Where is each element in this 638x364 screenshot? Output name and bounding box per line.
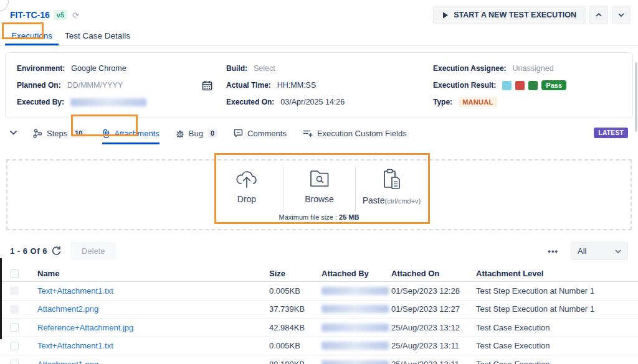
attachment-link[interactable]: Attachment1.png [37,360,269,364]
subtab-bug[interactable]: Bug 0 [176,121,217,144]
attachment-size: 42.984KB [269,323,321,332]
planned-on-input[interactable]: DD/MMM/YYYY [67,81,123,90]
chevron-down-icon [618,13,624,17]
col-header-name[interactable]: Name [37,269,269,278]
subtab-custom-fields-label: Execution Custom Fields [317,129,407,138]
attachment-filter-select[interactable]: All [571,242,628,260]
attached-on-value: 25/Aug/2023 13:11 [391,360,476,364]
actual-time-input[interactable]: HH:MM:SS [277,81,317,90]
browse-label: Browse [305,194,334,204]
subtab-steps[interactable]: Steps 10 [33,121,86,144]
attachment-level-value: Test Case Execution [476,323,638,332]
executed-on-value[interactable]: 03/Apr/2025 14:26 [280,98,345,106]
calendar-icon[interactable] [202,80,212,91]
latest-badge: LATEST [594,128,628,138]
table-row: Text+Attachment1.txt 0.005KB 25/Aug/2023… [0,337,638,356]
build-select[interactable]: Select [254,64,275,73]
subtab-bug-label: Bug [189,129,203,138]
attachment-size: 0.005KB [269,286,321,296]
attachment-dropzone[interactable]: Drop Browse Paste(ctrl/cmd+v) Maximum fi… [6,159,632,230]
main-tabs: Executions Test Case Details [0,29,638,46]
result-pass-badge[interactable]: Pass [541,80,566,90]
row-checkbox[interactable] [10,323,19,332]
col-header-size[interactable]: Size [269,269,321,278]
planned-on-label: Planned On: [17,81,61,90]
type-manual-badge: MANUAL [459,97,497,107]
attached-on-value: 01/Sep/2023 12:27 [391,304,476,314]
attached-by-redacted [321,342,389,350]
row-checkbox[interactable] [10,286,19,295]
delete-button[interactable]: Delete [71,242,116,260]
environment-value[interactable]: Google Chrome [71,64,126,73]
attachment-level-value: Test Step Execution at Number 1 [476,304,638,314]
table-row: Attachment1.png 80.190KB 25/Aug/2023 13:… [0,355,638,364]
paste-label: Paste(ctrl/cmd+v) [363,195,421,205]
subtab-comments[interactable]: Comments [234,121,287,144]
subtab-attachments[interactable]: Attachments [102,121,160,144]
tab-test-case-details[interactable]: Test Case Details [59,29,136,45]
dropzone-browse-button[interactable]: Browse [283,166,355,212]
attachment-link[interactable]: Text+Attachment1.txt [37,286,269,296]
header-bar: FIT-TC-16 v5 ⟳ START A NEW TEST EXECUTIO… [0,0,638,24]
col-header-attached-by[interactable]: Attached By [321,269,391,278]
version-badge[interactable]: v5 [54,10,67,20]
table-header-row: Name Size Attached By Attached On Attach… [0,266,638,282]
execution-details-panel: Environment: Google Chrome Planned On: D… [5,52,633,118]
result-swatch-green[interactable] [528,81,538,90]
row-checkbox[interactable] [10,360,19,364]
dropzone-drop-target[interactable]: Drop [211,166,283,212]
select-all-checkbox[interactable] [10,269,19,278]
collapse-up-button[interactable] [589,6,608,24]
attachment-size: 37.739KB [269,304,321,314]
bug-count-badge: 0 [207,129,217,138]
attachment-link[interactable]: Text+Attachment1.txt [37,341,269,350]
attached-on-value: 25/Aug/2023 13:12 [391,323,476,332]
refresh-list-icon[interactable] [52,246,61,256]
field-execution-assignee: Execution Assignee: Unassigned [433,62,632,75]
row-checkbox[interactable] [10,342,19,350]
steps-count-badge: 10 [72,129,85,138]
field-build: Build: Select [226,62,433,75]
execution-subtabs: Steps 10 Attachments Bug 0 Comments Exec… [0,121,638,144]
attached-by-redacted [321,360,389,364]
field-planned-on: Planned On: DD/MMM/YYYY [17,78,226,92]
chevron-up-icon [596,13,602,17]
col-header-attached-on[interactable]: Attached On [391,269,476,278]
attachment-link[interactable]: Reference+Attachment.jpg [37,323,269,332]
test-case-key[interactable]: FIT-TC-16 [10,10,50,20]
play-icon [442,12,449,19]
refresh-icon[interactable]: ⟳ [72,11,79,20]
collapse-section-icon[interactable] [10,131,17,135]
start-test-execution-label: START A NEW TEST EXECUTION [454,11,576,19]
row-checkbox[interactable] [10,305,19,314]
subtab-comments-label: Comments [247,129,287,138]
more-options-icon[interactable]: ••• [548,246,558,256]
chevron-down-icon [615,250,621,253]
result-swatch-blue[interactable] [502,81,512,90]
attachment-link[interactable]: Attachment2.png [37,304,269,314]
executed-by-label: Executed By: [17,98,64,106]
drop-label: Drop [237,194,256,204]
collapse-down-button[interactable] [612,6,631,24]
table-row: Attachment2.png 37.739KB 01/Sep/2023 12:… [0,301,638,319]
filter-selected-value: All [578,246,586,256]
attached-on-value: 01/Sep/2023 12:28 [391,286,476,296]
subtab-steps-label: Steps [47,129,67,138]
result-swatch-red[interactable] [515,81,525,90]
field-executed-on: Executed On: 03/Apr/2025 14:26 [226,95,433,109]
clipboard-paste-icon [382,169,402,190]
attachment-level-value: Test Case Execution [476,360,638,364]
steps-icon [33,129,42,138]
attached-on-value: 25/Aug/2023 13:11 [391,341,476,350]
col-header-attachment-level[interactable]: Attachment Level [476,269,638,278]
executed-by-value-redacted [70,98,146,106]
execution-assignee-value[interactable]: Unassigned [513,64,554,73]
subtab-execution-custom-fields[interactable]: Execution Custom Fields [303,121,407,144]
tab-executions[interactable]: Executions [5,29,59,45]
start-test-execution-button[interactable]: START A NEW TEST EXECUTION [433,6,586,24]
vertical-scrollbar[interactable] [635,62,637,132]
dropzone-paste-target[interactable]: Paste(ctrl/cmd+v) [355,166,427,212]
pagination-count: 1 - 6 Of 6 [10,246,47,256]
actual-time-label: Actual Time: [226,81,271,90]
executed-on-label: Executed On: [226,98,274,106]
